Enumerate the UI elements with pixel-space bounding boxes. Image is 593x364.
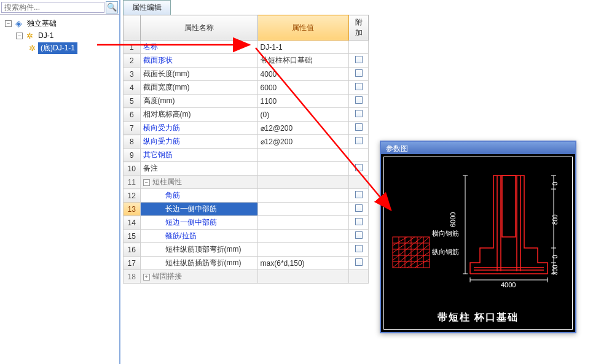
row-value[interactable]: DJ-1-1 xyxy=(257,41,349,54)
row-extra[interactable] xyxy=(349,122,369,135)
row-extra[interactable] xyxy=(349,81,369,95)
expand-icon[interactable]: + xyxy=(143,274,150,281)
table-row[interactable]: 14短边一侧中部筋 xyxy=(124,216,369,230)
table-row[interactable]: 8纵向受力筋⌀12@200 xyxy=(124,135,369,149)
checkbox[interactable] xyxy=(355,258,363,266)
row-name[interactable]: 名称 xyxy=(140,41,257,54)
search-input[interactable] xyxy=(1,2,104,13)
row-name[interactable]: 短柱纵筋插筋弯折(mm) xyxy=(140,257,257,270)
table-row[interactable]: 6相对底标高(m)(0) xyxy=(124,108,369,122)
row-value[interactable]: ⌀12@200 xyxy=(257,122,349,135)
checkbox[interactable] xyxy=(355,204,363,212)
table-row[interactable]: 11−短柱属性 xyxy=(124,176,369,189)
tab-property-edit[interactable]: 属性编辑 xyxy=(123,0,171,15)
row-name[interactable]: 长边一侧中部筋 xyxy=(140,203,257,216)
row-value[interactable]: (0) xyxy=(257,108,349,122)
table-row[interactable]: 15箍筋/拉筋 xyxy=(124,230,369,243)
row-name[interactable]: 箍筋/拉筋 xyxy=(140,230,257,243)
checkbox[interactable] xyxy=(355,110,363,117)
row-name[interactable]: 短边一侧中部筋 xyxy=(140,216,257,230)
row-name[interactable]: 其它钢筋 xyxy=(140,149,257,162)
table-row[interactable]: 2截面形状带短柱杯口基础 xyxy=(124,54,369,68)
row-name[interactable]: 备注 xyxy=(140,162,257,176)
row-value[interactable]: 6000 xyxy=(257,81,349,95)
row-extra[interactable] xyxy=(349,54,369,68)
table-row[interactable]: 18+锚固搭接 xyxy=(124,270,369,284)
row-value[interactable] xyxy=(257,189,349,203)
row-value[interactable] xyxy=(257,216,349,230)
checkbox[interactable] xyxy=(355,245,363,252)
search-button[interactable]: 🔍 xyxy=(106,1,118,14)
table-row[interactable]: 7横向受力筋⌀12@200 xyxy=(124,122,369,135)
row-extra[interactable] xyxy=(349,95,369,108)
row-value[interactable] xyxy=(257,270,349,284)
table-row[interactable]: 9其它钢筋 xyxy=(124,149,369,162)
collapse-icon[interactable]: − xyxy=(16,33,23,39)
row-value[interactable]: 1100 xyxy=(257,95,349,108)
row-name[interactable]: 高度(mm) xyxy=(140,95,257,108)
tree-child[interactable]: − ✲ DJ-1 xyxy=(1,29,118,42)
header-value[interactable]: 属性值 xyxy=(257,15,349,41)
row-extra[interactable] xyxy=(349,176,369,189)
row-name[interactable]: 角筋 xyxy=(140,189,257,203)
row-extra[interactable] xyxy=(349,41,369,54)
row-value[interactable]: ⌀12@200 xyxy=(257,135,349,149)
tree-root[interactable]: − ◈ 独立基础 xyxy=(1,17,118,29)
row-value[interactable] xyxy=(257,203,349,216)
row-extra[interactable] xyxy=(349,257,369,270)
table-row[interactable]: 5高度(mm)1100 xyxy=(124,95,369,108)
row-name[interactable]: 截面形状 xyxy=(140,54,257,68)
checkbox[interactable] xyxy=(355,191,363,198)
checkbox[interactable] xyxy=(355,164,363,171)
row-extra[interactable] xyxy=(349,162,369,176)
table-row[interactable]: 12角筋 xyxy=(124,189,369,203)
row-name[interactable]: 截面宽度(mm) xyxy=(140,81,257,95)
row-extra[interactable] xyxy=(349,135,369,149)
row-extra[interactable] xyxy=(349,189,369,203)
row-name[interactable]: 短柱纵筋顶部弯折(mm) xyxy=(140,243,257,257)
row-value[interactable] xyxy=(257,149,349,162)
row-extra[interactable] xyxy=(349,230,369,243)
table-row[interactable]: 13长边一侧中部筋 xyxy=(124,203,369,216)
row-extra[interactable] xyxy=(349,68,369,81)
row-name[interactable]: 横向受力筋 xyxy=(140,122,257,135)
table-row[interactable]: 1名称DJ-1-1 xyxy=(124,41,369,54)
header-name[interactable]: 属性名称 xyxy=(140,15,257,41)
row-name[interactable]: 纵向受力筋 xyxy=(140,135,257,149)
collapse-icon[interactable]: − xyxy=(5,20,12,27)
row-extra[interactable] xyxy=(349,216,369,230)
row-name[interactable]: −短柱属性 xyxy=(140,176,257,189)
row-value[interactable]: 4000 xyxy=(257,68,349,81)
table-row[interactable]: 16短柱纵筋顶部弯折(mm) xyxy=(124,243,369,257)
row-value[interactable] xyxy=(257,176,349,189)
row-value[interactable] xyxy=(257,230,349,243)
row-value[interactable]: 带短柱杯口基础 xyxy=(257,54,349,68)
row-name[interactable]: 截面长度(mm) xyxy=(140,68,257,81)
header-extra[interactable]: 附加 xyxy=(349,15,369,41)
row-extra[interactable] xyxy=(349,203,369,216)
row-extra[interactable] xyxy=(349,149,369,162)
row-value[interactable] xyxy=(257,243,349,257)
checkbox[interactable] xyxy=(355,137,363,144)
checkbox[interactable] xyxy=(355,56,363,63)
checkbox[interactable] xyxy=(355,83,363,90)
row-name[interactable]: 相对底标高(m) xyxy=(140,108,257,122)
table-row[interactable]: 3截面长度(mm)4000 xyxy=(124,68,369,81)
expand-icon[interactable]: − xyxy=(143,179,150,186)
tree-leaf[interactable]: ✲ (底)DJ-1-1 xyxy=(1,42,118,54)
row-value[interactable] xyxy=(257,162,349,176)
row-extra[interactable] xyxy=(349,108,369,122)
table-row[interactable]: 10备注 xyxy=(124,162,369,176)
checkbox[interactable] xyxy=(355,218,363,225)
checkbox[interactable] xyxy=(355,123,363,131)
row-value[interactable]: max(6*d,150) xyxy=(257,257,349,270)
checkbox[interactable] xyxy=(355,231,363,239)
row-name[interactable]: +锚固搭接 xyxy=(140,270,257,284)
checkbox[interactable] xyxy=(355,69,363,77)
table-row[interactable]: 17短柱纵筋插筋弯折(mm)max(6*d,150) xyxy=(124,257,369,270)
table-row[interactable]: 4截面宽度(mm)6000 xyxy=(124,81,369,95)
parameter-window-title[interactable]: 参数图 xyxy=(381,142,575,154)
row-extra[interactable] xyxy=(349,270,369,284)
row-extra[interactable] xyxy=(349,243,369,257)
checkbox[interactable] xyxy=(355,96,363,104)
